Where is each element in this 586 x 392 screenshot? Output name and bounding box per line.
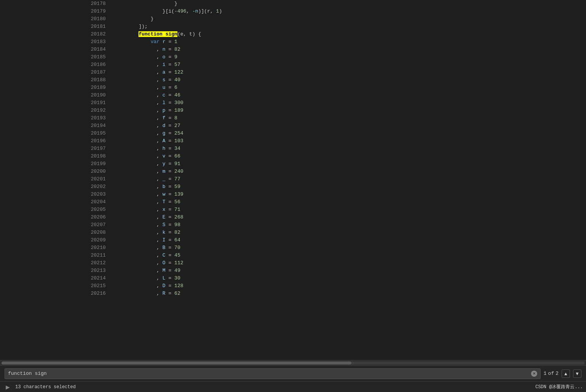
search-prev-button[interactable]: ▲ (562, 370, 570, 378)
line-content: , O = 112 (112, 259, 586, 267)
line-number: 20186 (0, 61, 112, 69)
table-row: 20187 , a = 122 (0, 69, 586, 76)
table-row: 20214 , L = 30 (0, 275, 586, 282)
line-number: 20193 (0, 114, 112, 122)
line-number: 20214 (0, 275, 112, 282)
line-content: , s = 40 (112, 76, 586, 84)
table-row: 20208 , k = 82 (0, 229, 586, 236)
line-content: , h = 34 (112, 145, 586, 153)
table-row: 20203 , w = 139 (0, 191, 586, 198)
table-row: 20206 , E = 268 (0, 214, 586, 221)
line-number: 20178 (0, 0, 112, 8)
table-row: 20199 , y = 91 (0, 160, 586, 168)
line-number: 20179 (0, 8, 112, 15)
table-row: 20216 , R = 62 (0, 290, 586, 297)
line-number: 20191 (0, 99, 112, 107)
clear-icon: ✕ (533, 371, 536, 376)
search-clear-button[interactable]: ✕ (531, 371, 537, 377)
line-number: 20204 (0, 198, 112, 206)
line-number: 20196 (0, 137, 112, 145)
line-number: 20198 (0, 153, 112, 160)
search-result-info: 1 of 2 (544, 371, 559, 376)
line-number: 20181 (0, 23, 112, 31)
expand-button[interactable]: ▶ (3, 382, 12, 392)
line-content: , k = 82 (112, 229, 586, 236)
table-row: 20197 , h = 34 (0, 145, 586, 153)
table-row: 20183 var r = 1 (0, 38, 586, 46)
line-number: 20184 (0, 46, 112, 53)
horizontal-scrollbar[interactable] (0, 360, 586, 365)
table-row: 20189 , u = 6 (0, 84, 586, 92)
line-number: 20215 (0, 282, 112, 290)
line-number: 20197 (0, 145, 112, 153)
table-row: 20185 , o = 9 (0, 53, 586, 61)
csdn-brand: CSDN @冰覆路青云... (535, 384, 583, 390)
table-row: 20198 , v = 66 (0, 153, 586, 160)
line-content: , i = 57 (112, 61, 586, 69)
table-row: 20180 } (0, 15, 586, 23)
line-content: , L = 30 (112, 275, 586, 282)
line-content: }[i(-496, -n)](r, 1) (112, 8, 586, 15)
line-content: , a = 122 (112, 69, 586, 76)
line-number: 20208 (0, 229, 112, 236)
table-row: 20213 , M = 49 (0, 267, 586, 275)
line-content: , C = 45 (112, 252, 586, 259)
line-number: 20203 (0, 191, 112, 198)
table-row: 20209 , I = 64 (0, 236, 586, 244)
search-input-wrapper: ✕ (5, 368, 541, 379)
line-number: 20194 (0, 122, 112, 130)
line-content: , I = 64 (112, 236, 586, 244)
table-row: 20195 , g = 254 (0, 130, 586, 137)
line-content: , M = 49 (112, 267, 586, 275)
line-number: 20202 (0, 183, 112, 191)
line-content: , R = 62 (112, 290, 586, 297)
line-content: , d = 27 (112, 122, 586, 130)
line-content: , T = 56 (112, 198, 586, 206)
line-content: , S = 98 (112, 221, 586, 229)
line-content: , g = 254 (112, 130, 586, 137)
search-bar: ✕ 1 of 2 ▲ ▼ (0, 365, 586, 381)
table-row: 20188 , s = 40 (0, 76, 586, 84)
line-number: 20210 (0, 244, 112, 252)
line-number: 20185 (0, 53, 112, 61)
line-content: function sign(e, t) { (112, 31, 586, 38)
line-number: 20199 (0, 160, 112, 168)
line-number: 20206 (0, 214, 112, 221)
scrollbar-thumb[interactable] (2, 361, 351, 365)
result-of-label: of (548, 371, 554, 376)
line-content: , D = 128 (112, 282, 586, 290)
table-row: 20202 , b = 59 (0, 183, 586, 191)
line-number: 20182 (0, 31, 112, 38)
search-input[interactable] (8, 371, 531, 376)
table-row: 20192 , p = 189 (0, 107, 586, 114)
line-number: 20212 (0, 259, 112, 267)
table-row: 20193 , f = 8 (0, 114, 586, 122)
line-content: , n = 82 (112, 46, 586, 53)
table-row: 20204 , T = 56 (0, 198, 586, 206)
table-row: 20194 , d = 27 (0, 122, 586, 130)
code-scroll[interactable]: 20178 }20179 }[i(-496, -n)](r, 1)20180 }… (0, 0, 586, 360)
line-content: , u = 6 (112, 84, 586, 92)
next-icon: ▼ (575, 371, 580, 376)
search-next-button[interactable]: ▼ (573, 370, 581, 378)
line-number: 20205 (0, 206, 112, 214)
code-table: 20178 }20179 }[i(-496, -n)](r, 1)20180 }… (0, 0, 586, 297)
table-row: 20178 } (0, 0, 586, 8)
bottom-bar: ▶ 13 characters selected CSDN @冰覆路青云... (0, 381, 586, 392)
line-content: , y = 91 (112, 160, 586, 168)
line-number: 20180 (0, 15, 112, 23)
result-current: 1 (544, 371, 547, 376)
table-row: 20191 , l = 300 (0, 99, 586, 107)
table-row: 20196 , A = 103 (0, 137, 586, 145)
line-number: 20216 (0, 290, 112, 297)
line-content: , w = 139 (112, 191, 586, 198)
line-number: 20187 (0, 69, 112, 76)
line-number: 20192 (0, 107, 112, 114)
table-row: 20181 ]); (0, 23, 586, 31)
line-number: 20200 (0, 168, 112, 175)
line-content: , c = 46 (112, 92, 586, 99)
line-content: } (112, 0, 586, 8)
table-row: 20201 , _ = 77 (0, 175, 586, 183)
result-total: 2 (555, 371, 559, 376)
scrollbar-track[interactable] (2, 361, 584, 365)
